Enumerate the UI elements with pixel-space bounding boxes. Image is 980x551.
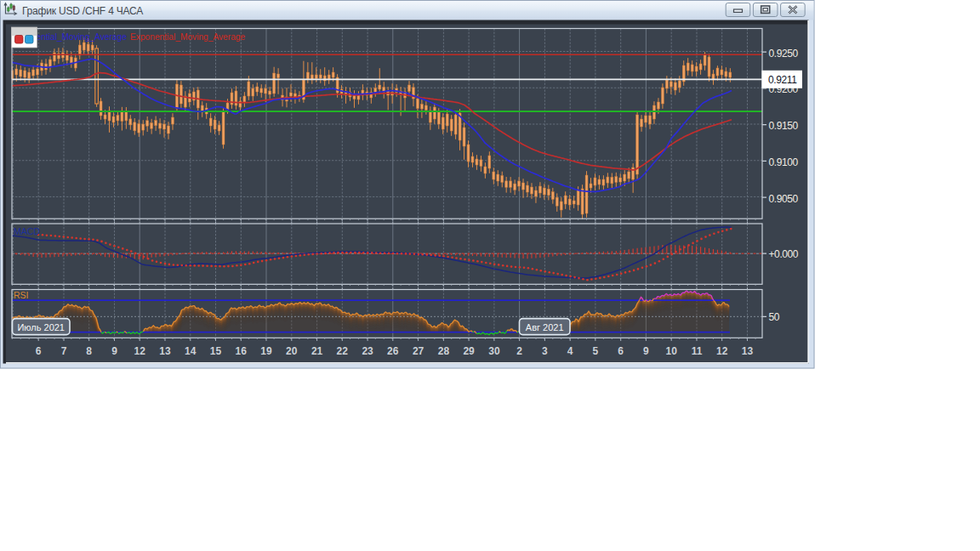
svg-text:Exponential_Moving_Average: Exponential_Moving_Average	[130, 32, 246, 42]
svg-text:8: 8	[86, 345, 92, 357]
svg-text:13: 13	[159, 345, 171, 357]
svg-text:9: 9	[111, 345, 117, 357]
svg-text:7: 7	[61, 345, 67, 357]
svg-text:20: 20	[286, 345, 298, 357]
svg-text:11: 11	[692, 345, 703, 357]
svg-text:15: 15	[210, 345, 222, 357]
svg-text:50: 50	[769, 311, 780, 323]
svg-text:23: 23	[362, 345, 373, 357]
svg-text:0.9050: 0.9050	[769, 193, 799, 205]
svg-text:0.9211: 0.9211	[768, 74, 797, 86]
svg-text:0.9250: 0.9250	[769, 48, 799, 60]
svg-text:28: 28	[438, 345, 450, 357]
svg-text:MACD: MACD	[14, 226, 40, 236]
svg-text:19: 19	[260, 345, 272, 357]
svg-text:21: 21	[311, 345, 323, 357]
svg-text:10: 10	[666, 345, 678, 357]
svg-text:12: 12	[716, 345, 728, 357]
svg-text:30: 30	[488, 345, 500, 357]
svg-text:RSI: RSI	[14, 290, 29, 300]
svg-text:2: 2	[516, 345, 522, 357]
svg-text:6: 6	[36, 345, 42, 357]
svg-text:0.9150: 0.9150	[769, 120, 799, 132]
svg-text:Июль 2021: Июль 2021	[17, 322, 65, 332]
svg-text:5: 5	[593, 345, 599, 357]
svg-text:4: 4	[567, 345, 573, 357]
svg-text:0.9100: 0.9100	[769, 156, 799, 168]
svg-text:27: 27	[413, 345, 424, 357]
svg-text:9: 9	[643, 345, 649, 357]
svg-text:График USD /CHF 4 ЧАСА: График USD /CHF 4 ЧАСА	[22, 5, 143, 17]
svg-text:16: 16	[236, 345, 248, 357]
svg-text:Авг 2021: Авг 2021	[526, 322, 564, 332]
svg-text:12: 12	[134, 345, 146, 357]
svg-text:26: 26	[387, 345, 399, 357]
svg-text:6: 6	[618, 345, 624, 357]
svg-text:13: 13	[742, 345, 754, 357]
svg-text:22: 22	[337, 345, 349, 357]
svg-text:3: 3	[542, 345, 548, 357]
svg-text:+0.000: +0.000	[769, 248, 799, 260]
svg-text:14: 14	[185, 345, 197, 357]
svg-text:29: 29	[463, 345, 475, 357]
